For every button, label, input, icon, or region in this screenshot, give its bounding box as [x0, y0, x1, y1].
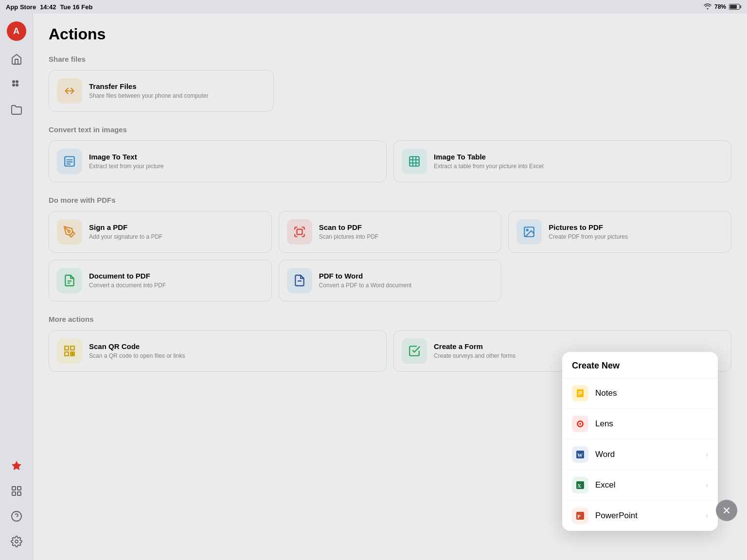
popup-item-lens[interactable]: Lens [562, 409, 622, 439]
notes-label: Notes [595, 388, 622, 398]
create-new-popup: Create New Notes Lens W [562, 352, 622, 467]
lens-icon [572, 416, 588, 432]
lens-label: Lens [595, 419, 622, 429]
popup-title: Create New [562, 352, 622, 378]
word-label: Word [595, 450, 622, 459]
popup-item-notes[interactable]: Notes [562, 378, 622, 409]
popup-item-word[interactable]: W Word › [562, 439, 622, 467]
notes-icon [572, 385, 588, 402]
word-icon: W [572, 446, 588, 463]
popup-overlay[interactable] [0, 0, 622, 467]
svg-text:W: W [577, 452, 583, 458]
svg-point-41 [579, 423, 581, 425]
